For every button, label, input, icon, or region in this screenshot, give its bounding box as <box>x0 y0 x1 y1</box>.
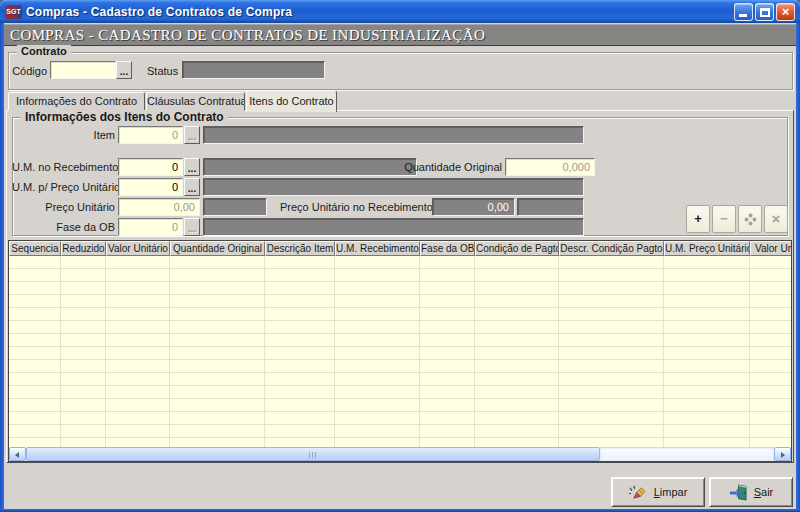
preco-unitario-label: Preço Unitário <box>12 201 115 213</box>
preco-moeda-display <box>203 198 267 216</box>
eraser-brush-icon <box>629 484 648 501</box>
codigo-input[interactable] <box>50 61 116 79</box>
sair-button[interactable]: Sair <box>709 477 793 507</box>
horizontal-scrollbar[interactable] <box>9 447 791 461</box>
preco-unitario-input <box>118 198 200 216</box>
um-preco-input[interactable] <box>118 178 183 196</box>
gear-flower-icon <box>744 213 757 226</box>
um-recebimento-browse-button[interactable]: ... <box>184 158 200 176</box>
grid-body-column <box>559 256 664 447</box>
preco-recebimento-display: 0,00 <box>432 198 515 216</box>
grid-body-column <box>420 256 475 447</box>
fase-ob-label: Fase da OB <box>12 221 115 233</box>
grid-body-column <box>9 256 61 447</box>
item-label: Item <box>12 129 115 141</box>
column-header: Valor Unitário <box>750 241 791 256</box>
um-recebimento-label: U.M. no Recebimento <box>12 161 115 173</box>
contrato-group-title: Contrato <box>17 45 71 57</box>
column-header: Quantidade Original <box>170 241 265 256</box>
grid-header-row: Sequencia Reduzido Valor Unitário Quanti… <box>9 241 791 256</box>
grid-body[interactable] <box>9 256 791 447</box>
edit-record-button <box>738 205 762 233</box>
scroll-right-button[interactable] <box>774 447 791 461</box>
arrow-left-icon <box>15 452 19 458</box>
close-button[interactable]: × <box>776 3 795 21</box>
window-frame-right <box>796 23 800 512</box>
fase-ob-desc-display <box>203 218 584 236</box>
column-header: U.M. Recebimento <box>335 241 420 256</box>
minimize-button[interactable] <box>734 3 753 21</box>
column-header: Fase da OB <box>420 241 475 256</box>
grid-body-column <box>170 256 265 447</box>
item-browse-button: ... <box>184 126 200 144</box>
minimize-icon <box>739 14 747 17</box>
delete-record-button: − <box>712 205 736 233</box>
window-title: Compras - Cadastro de Contratos de Compr… <box>26 5 730 19</box>
um-preco-desc-display <box>203 178 584 196</box>
fase-ob-input <box>118 218 183 236</box>
um-recebimento-desc-display <box>203 158 417 176</box>
codigo-label: Código <box>10 65 47 77</box>
grid-body-column <box>475 256 559 447</box>
preco-recebimento-label: Preço Unitário no Recebimento <box>280 201 428 213</box>
status-label: Status <box>147 65 178 77</box>
grip-icon <box>309 452 318 458</box>
sair-label: Sair <box>754 486 774 498</box>
limpar-button[interactable]: Limpar <box>611 477 705 507</box>
grid-body-column <box>265 256 335 447</box>
fase-ob-browse-button: ... <box>184 218 200 236</box>
plus-icon: + <box>694 211 702 226</box>
maximize-icon <box>760 8 770 17</box>
app-icon[interactable]: SGT <box>5 5 22 19</box>
maximize-button[interactable] <box>755 3 774 21</box>
um-preco-browse-button[interactable]: ... <box>184 178 200 196</box>
column-header: Reduzido <box>61 241 106 256</box>
column-header: Sequencia <box>9 241 61 256</box>
tab-informacoes-do-contrato[interactable]: Informações do Contrato <box>8 92 145 111</box>
item-description-display <box>203 126 584 144</box>
titlebar[interactable]: SGT Compras - Cadastro de Contratos de C… <box>0 0 800 23</box>
grid-body-column <box>61 256 106 447</box>
items-grid[interactable]: Sequencia Reduzido Valor Unitário Quanti… <box>8 240 792 462</box>
grid-body-column <box>750 256 791 447</box>
minus-icon: − <box>720 211 728 226</box>
close-icon: × <box>777 4 794 20</box>
status-display <box>182 61 325 79</box>
um-preco-label: U.M. p/ Preço Unitário <box>12 181 115 193</box>
itens-group-title: Informações dos Itens do Contrato <box>21 110 228 124</box>
scrollbar-thumb[interactable] <box>26 447 600 461</box>
quantidade-original-input <box>505 158 595 176</box>
tab-itens-do-contrato[interactable]: Itens do Contrato <box>246 90 337 112</box>
window-frame-left <box>0 23 4 512</box>
um-recebimento-input[interactable] <box>118 158 183 176</box>
scroll-left-button[interactable] <box>9 447 26 461</box>
column-header: Valor Unitário <box>106 241 170 256</box>
grid-body-column <box>335 256 420 447</box>
exit-door-icon <box>729 484 748 501</box>
column-header: U.M. Preço Unitário <box>664 241 750 256</box>
column-header: Descr. Condição Pagto <box>559 241 664 256</box>
codigo-browse-button[interactable]: ... <box>116 61 132 79</box>
item-input <box>118 126 183 144</box>
column-header: Descrição Item <box>265 241 335 256</box>
scrollbar-track[interactable] <box>600 447 774 461</box>
grid-body-column <box>106 256 170 447</box>
insert-record-button[interactable]: + <box>686 205 710 233</box>
grid-body-column <box>664 256 750 447</box>
preco-recebimento-moeda-display <box>517 198 584 216</box>
arrow-right-icon <box>781 452 785 458</box>
app-window: SGT Compras - Cadastro de Contratos de C… <box>0 0 800 512</box>
tab-clausulas-contratuais[interactable]: Cláusulas Contratuais <box>146 92 245 111</box>
limpar-label: Limpar <box>654 486 688 498</box>
cancel-record-button: × <box>764 205 788 233</box>
x-icon: × <box>772 210 781 227</box>
page-title: COMPRAS - CADASTRO DE CONTRATOS DE INDUS… <box>4 24 796 46</box>
column-header: Condição de Pagto <box>475 241 559 256</box>
quantidade-original-label: Quantidade Original <box>400 161 502 173</box>
